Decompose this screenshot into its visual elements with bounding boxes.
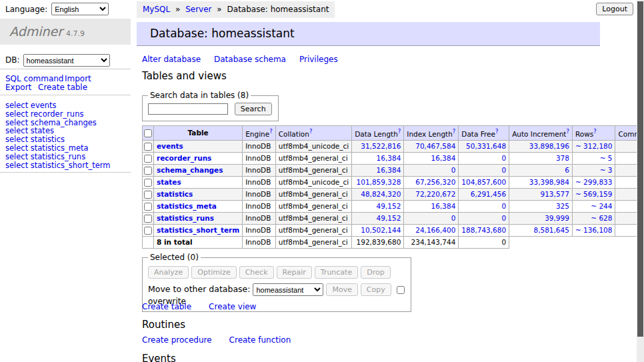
rows-link[interactable]: ~ 299,833 [575,178,613,187]
rows-link[interactable]: ~ 136,108 [575,226,613,235]
logout-button[interactable]: Logout [596,3,633,15]
search-button[interactable]: Search [235,103,272,115]
data-free-link[interactable]: 0 [461,166,506,175]
auto-increment-link[interactable]: 6 [512,166,569,175]
rows-link[interactable]: ~ 569,159 [575,190,613,199]
sql-command-link[interactable]: SQL command [5,74,63,83]
import-link[interactable]: Import [65,74,91,83]
select-all-checkbox[interactable] [144,129,152,137]
analyze-button[interactable]: Analyze [148,266,189,279]
sidebar-table-link[interactable]: select recorder_runs [5,110,129,119]
auto-increment-link[interactable]: 33,898,196 [512,142,569,151]
data-free-link[interactable]: 188,743,680 [461,226,506,235]
optimize-button[interactable]: Optimize [191,266,236,279]
data-length-link[interactable]: 101,859,328 [355,178,401,187]
column-hint-link[interactable]: ? [269,128,273,135]
table-name-link[interactable]: recorder_runs [157,154,211,162]
move-button[interactable]: Move [326,283,358,296]
move-database-select[interactable]: homeassistant [253,283,323,296]
overwrite-checkbox[interactable] [397,286,405,294]
index-length-link[interactable]: 24,166,400 [407,226,455,235]
table-name-link[interactable]: statistics_short_term [157,226,239,234]
table-name-link[interactable]: states [157,178,181,186]
index-length-link[interactable]: 67,256,320 [407,178,455,187]
auto-increment-link[interactable]: 39,999 [512,214,569,223]
copy-button[interactable]: Copy [361,283,391,296]
data-length-link[interactable]: 16,384 [355,154,401,163]
row-checkbox[interactable] [144,155,152,163]
table-name-link[interactable]: statistics_meta [157,202,217,210]
rows-link[interactable]: ~ 5 [575,154,613,163]
data-length-cell: 101,859,328 [352,176,404,188]
scrollbar-thumb[interactable] [637,1,643,337]
data-length-link[interactable]: 48,824,320 [355,190,401,199]
db-action-link[interactable]: Alter database [142,55,201,64]
column-hint-link[interactable]: ? [453,128,456,135]
auto-increment-link[interactable]: 378 [512,154,569,163]
adminer-window: Language:English Adminer4.7.9 DB:homeass… [0,0,644,362]
auto-increment-link[interactable]: 33,398,984 [512,178,569,187]
data-free-link[interactable]: 0 [461,214,506,223]
drop-button[interactable]: Drop [361,266,390,279]
rows-link[interactable]: ~ 3 [575,166,613,175]
sidebar-table-link[interactable]: select statistics_runs [5,153,129,161]
data-length-link[interactable]: 49,152 [355,214,401,223]
create-view-link[interactable]: Create view [209,302,256,311]
db-action-link[interactable]: Database schema [214,55,286,64]
rows-link[interactable]: ~ 244 [575,202,613,211]
table-name-link[interactable]: statistics_runs [157,214,214,222]
data-length-link[interactable]: 10,502,144 [355,226,401,235]
rows-link[interactable]: ~ 312,180 [575,142,613,151]
export-link[interactable]: Export [5,83,31,92]
table-name-link[interactable]: events [157,142,183,150]
table-name-link[interactable]: statistics [157,190,193,198]
check-button[interactable]: Check [239,266,274,279]
auto-increment-link[interactable]: 325 [512,202,569,211]
row-checkbox[interactable] [144,203,152,211]
row-checkbox[interactable] [144,179,152,187]
data-length-link[interactable]: 49,152 [355,202,401,211]
rows-link[interactable]: ~ 628 [575,214,613,223]
index-length-link[interactable]: 16,384 [407,202,455,211]
index-length-link[interactable]: 0 [407,214,455,223]
create-table-link-sidebar[interactable]: Create table [38,83,87,92]
repair-button[interactable]: Repair [277,266,312,279]
data-free-link[interactable]: 50,331,648 [461,142,506,151]
column-hint-link[interactable]: ? [593,128,597,135]
db-action-link[interactable]: Privileges [299,55,338,64]
create-procedure-link[interactable]: Create procedure [142,335,212,345]
sidebar-table-link[interactable]: select statistics_meta [5,144,129,153]
sidebar-table-link[interactable]: select events [5,101,129,110]
column-hint-link[interactable]: ? [495,128,499,135]
create-function-link[interactable]: Create function [229,335,291,345]
search-input[interactable] [148,103,228,115]
column-hint-link[interactable]: ? [398,128,401,135]
column-hint-link[interactable]: ? [566,128,569,135]
row-checkbox[interactable] [144,143,152,151]
index-length-link[interactable]: 72,220,672 [407,190,455,199]
breadcrumb-item[interactable]: Server [185,5,211,14]
data-free-link[interactable]: 0 [461,202,506,211]
truncate-button[interactable]: Truncate [315,266,358,279]
column-hint-link[interactable]: ? [309,128,313,135]
index-length-link[interactable]: 16,384 [407,154,455,163]
db-select[interactable]: homeassistant [23,54,110,67]
row-checkbox[interactable] [144,215,152,223]
row-checkbox[interactable] [144,227,152,235]
index-length-link[interactable]: 0 [407,166,455,175]
row-checkbox[interactable] [144,191,152,199]
auto-increment-link[interactable]: 8,581,645 [512,226,569,235]
data-free-link[interactable]: 0 [461,154,506,163]
breadcrumb-item[interactable]: MySQL [143,5,170,14]
data-free-link[interactable]: 104,857,600 [461,178,506,187]
row-checkbox[interactable] [144,167,152,175]
table-name-link[interactable]: schema_changes [157,166,223,174]
data-length-link[interactable]: 31,522,816 [355,142,401,151]
data-length-link[interactable]: 16,384 [355,166,401,175]
data-free-link[interactable]: 6,291,456 [461,190,506,199]
sidebar-table-link[interactable]: select statistics_short_term [5,161,129,170]
scrollbar-track[interactable] [637,0,644,362]
create-table-link[interactable]: Create table [142,302,191,311]
auto-increment-link[interactable]: 913,577 [512,190,569,199]
index-length-link[interactable]: 70,467,584 [407,142,455,151]
